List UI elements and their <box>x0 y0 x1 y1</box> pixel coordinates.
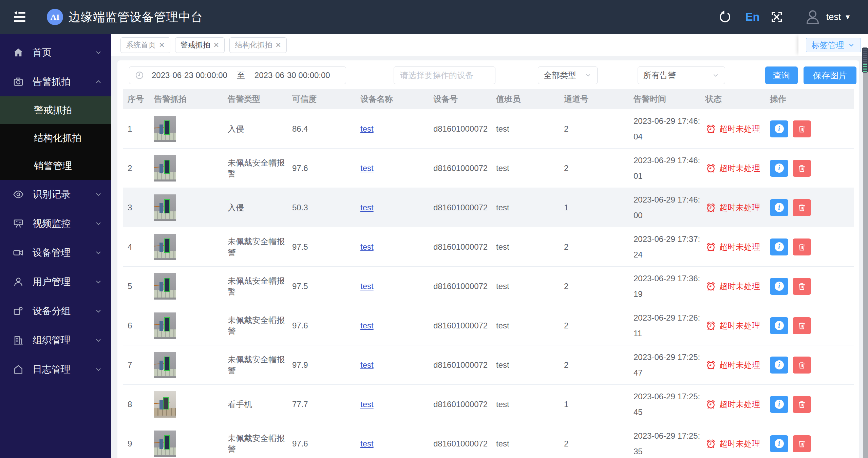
status-badge: 超时未处理 <box>705 438 765 449</box>
table-header-row: 序号告警抓拍告警类型可信度设备名称设备号值班员通道号告警时间状态操作 <box>123 89 854 109</box>
date-start-value[interactable]: 2023-06-23 00:00:00 <box>152 71 227 80</box>
cell-device-name: test <box>356 282 429 291</box>
fullscreen-icon[interactable] <box>770 10 784 24</box>
alarm-clock-icon <box>705 202 716 213</box>
type-select[interactable]: 全部类型 <box>538 66 598 84</box>
device-name-link[interactable]: test <box>360 242 374 251</box>
device-name-link[interactable]: test <box>360 164 374 173</box>
device-name-link[interactable]: test <box>360 439 374 448</box>
alarm-snapshot-image[interactable] <box>154 391 176 418</box>
detail-button[interactable]: i <box>770 238 788 255</box>
alarm-snapshot-image[interactable] <box>154 312 176 339</box>
tab[interactable]: 系统首页 ✕ <box>120 37 170 53</box>
alarm-clock-icon <box>705 438 716 449</box>
delete-button[interactable] <box>793 120 811 137</box>
detail-button[interactable]: i <box>770 317 788 334</box>
language-toggle[interactable]: En <box>746 11 760 23</box>
column-header: 设备号 <box>429 94 491 104</box>
alarm-snapshot-image[interactable] <box>154 234 176 260</box>
cell-device-name: test <box>356 203 429 212</box>
column-header: 告警时间 <box>629 94 701 104</box>
cell-operator: test <box>491 164 559 173</box>
cell-device-name: test <box>356 400 429 409</box>
scrollbar-track[interactable] <box>863 54 868 458</box>
sidebar-item-video-monitor[interactable]: 视频监控 <box>0 209 111 238</box>
alarm-snapshot-image[interactable] <box>154 352 176 378</box>
tab-close-icon[interactable]: ✕ <box>275 41 281 49</box>
delete-button[interactable] <box>793 357 811 374</box>
date-range-picker[interactable]: 2023-06-23 00:00:00 至 2023-06-30 00:00:0… <box>129 66 346 84</box>
detail-button[interactable]: i <box>770 199 788 216</box>
user-name[interactable]: test <box>826 12 841 22</box>
cell-index: 3 <box>123 203 149 212</box>
sidebar-item-icon <box>13 306 24 317</box>
cell-index: 6 <box>123 321 149 330</box>
delete-button[interactable] <box>793 317 811 334</box>
sidebar-subitem-structured-capture[interactable]: 结构化抓拍 <box>0 124 111 152</box>
delete-button[interactable] <box>793 160 811 177</box>
sidebar-item-device-group[interactable]: 设备分组 <box>0 297 111 326</box>
cell-channel: 2 <box>559 124 629 134</box>
alarm-select-value: 所有告警 <box>643 70 676 81</box>
device-name-link[interactable]: test <box>360 360 374 369</box>
cell-actions: i <box>765 199 852 216</box>
sidebar-subitem-alarm-clear[interactable]: 销警管理 <box>0 152 111 180</box>
sidebar-item-icon <box>13 218 24 229</box>
query-button[interactable]: 查询 <box>765 66 798 84</box>
alarm-snapshot-image[interactable] <box>154 155 176 182</box>
cell-status: 超时未处理 <box>701 360 765 370</box>
alarm-snapshot-image[interactable] <box>154 194 176 221</box>
user-menu-caret-icon[interactable]: ▼ <box>844 13 851 21</box>
detail-button[interactable]: i <box>770 435 788 452</box>
delete-button[interactable] <box>793 278 811 295</box>
sidebar-subitem-alert-capture[interactable]: 警戒抓拍 <box>0 96 111 124</box>
cell-confidence: 97.6 <box>287 321 356 330</box>
delete-button[interactable] <box>793 199 811 216</box>
trash-icon <box>797 361 806 369</box>
tag-manage-button[interactable]: 标签管理 <box>806 38 861 52</box>
sidebar-item-home[interactable]: 首页 <box>0 38 111 67</box>
tab[interactable]: 警戒抓拍 ✕ <box>175 37 225 53</box>
user-avatar-icon[interactable] <box>804 8 822 26</box>
tab[interactable]: 结构化抓拍 ✕ <box>229 37 287 53</box>
alarm-select[interactable]: 所有告警 <box>638 66 725 84</box>
cell-operator: test <box>491 124 559 134</box>
alarm-snapshot-image[interactable] <box>154 116 176 142</box>
sidebar-subitem-label: 结构化抓拍 <box>34 132 81 145</box>
date-end-value[interactable]: 2023-06-30 00:00:00 <box>254 71 330 80</box>
sidebar-item-device-manage[interactable]: 设备管理 <box>0 238 111 267</box>
refresh-icon[interactable] <box>718 10 732 24</box>
detail-button[interactable]: i <box>770 357 788 374</box>
cell-alarm-type: 入侵 <box>223 202 287 213</box>
save-image-button[interactable]: 保存图片 <box>804 66 856 84</box>
sidebar-item-alarm-capture[interactable]: 告警抓拍 <box>0 67 111 96</box>
tab-close-icon[interactable]: ✕ <box>213 41 220 49</box>
detail-button[interactable]: i <box>770 160 788 177</box>
sidebar-item-org-manage[interactable]: 组织管理 <box>0 326 111 355</box>
alarm-clock-icon <box>705 123 716 134</box>
sidebar-item-user-manage[interactable]: 用户管理 <box>0 267 111 297</box>
sidebar-item-log-manage[interactable]: 日志管理 <box>0 355 111 384</box>
delete-button[interactable] <box>793 238 811 255</box>
tab-bar: 系统首页 ✕ 警戒抓拍 ✕ 结构化抓拍 ✕ 标签管理 <box>111 34 868 56</box>
sidebar-collapse-icon[interactable] <box>12 9 27 24</box>
detail-button[interactable]: i <box>770 396 788 413</box>
device-name-link[interactable]: test <box>360 282 374 291</box>
sidebar-item-recognition[interactable]: 识别记录 <box>0 180 111 209</box>
device-name-link[interactable]: test <box>360 321 374 330</box>
detail-button[interactable]: i <box>770 120 788 137</box>
alarm-snapshot-image[interactable] <box>154 273 176 300</box>
device-select-input[interactable]: 请选择要操作的设备 <box>394 66 495 84</box>
detail-button[interactable]: i <box>770 278 788 295</box>
device-name-link[interactable]: test <box>360 124 374 133</box>
cell-device-no: d81601000072 <box>429 282 491 291</box>
cell-operator: test <box>491 400 559 409</box>
alarm-snapshot-image[interactable] <box>154 431 176 457</box>
device-name-link[interactable]: test <box>360 400 374 409</box>
tab-close-icon[interactable]: ✕ <box>159 41 165 49</box>
cell-status: 超时未处理 <box>701 123 765 134</box>
delete-button[interactable] <box>793 396 811 413</box>
delete-button[interactable] <box>793 435 811 452</box>
scrollbar-thumb[interactable] <box>862 47 868 73</box>
device-name-link[interactable]: test <box>360 203 374 212</box>
